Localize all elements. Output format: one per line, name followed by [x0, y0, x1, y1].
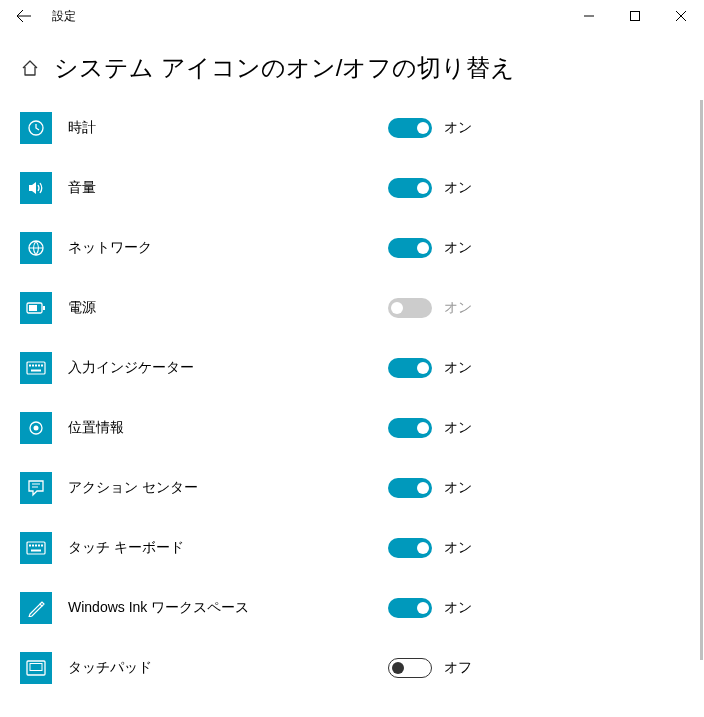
item-row-location: 位置情報オン	[20, 412, 684, 444]
svg-rect-4	[43, 306, 45, 310]
item-label-touchpad: タッチパッド	[68, 659, 388, 677]
toggle-wrap-volume: オン	[388, 178, 472, 198]
toggle-knob	[391, 302, 403, 314]
page-title: システム アイコンのオン/オフの切り替え	[54, 52, 515, 84]
maximize-button[interactable]	[612, 0, 658, 32]
network-icon	[20, 232, 52, 264]
toggle-knob	[417, 182, 429, 194]
keyboard-icon	[20, 532, 52, 564]
toggle-state-action-center: オン	[444, 479, 472, 497]
titlebar: 設定	[0, 0, 704, 32]
toggle-wrap-action-center: オン	[388, 478, 472, 498]
item-label-clock: 時計	[68, 119, 388, 137]
toggle-wrap-input-indicator: オン	[388, 358, 472, 378]
toggle-knob	[417, 482, 429, 494]
page-header: システム アイコンのオン/オフの切り替え	[20, 52, 704, 84]
svg-rect-19	[38, 545, 40, 547]
toggle-wrap-touch-keyboard: オン	[388, 538, 472, 558]
home-icon[interactable]	[20, 58, 40, 78]
svg-point-14	[34, 426, 39, 431]
minimize-button[interactable]	[566, 0, 612, 32]
back-arrow-icon	[16, 8, 32, 24]
toggle-location[interactable]	[388, 418, 432, 438]
svg-rect-23	[30, 664, 42, 671]
toggle-wrap-clock: オン	[388, 118, 472, 138]
toggle-knob	[417, 602, 429, 614]
toggle-knob	[417, 242, 429, 254]
minimize-icon	[584, 11, 594, 21]
item-row-action-center: アクション センターオン	[20, 472, 684, 504]
toggle-wrap-touchpad: オフ	[388, 658, 472, 678]
item-label-touch-keyboard: タッチ キーボード	[68, 539, 388, 557]
item-label-power: 電源	[68, 299, 388, 317]
toggle-clock[interactable]	[388, 118, 432, 138]
svg-rect-11	[41, 365, 43, 367]
app-title: 設定	[52, 8, 76, 25]
action-center-icon	[20, 472, 52, 504]
toggle-state-clock: オン	[444, 119, 472, 137]
toggle-power	[388, 298, 432, 318]
svg-rect-21	[31, 550, 41, 552]
item-row-clock: 時計オン	[20, 112, 684, 144]
toggle-state-windows-ink: オン	[444, 599, 472, 617]
toggle-state-volume: オン	[444, 179, 472, 197]
svg-rect-16	[29, 545, 31, 547]
toggle-input-indicator[interactable]	[388, 358, 432, 378]
clock-icon	[20, 112, 52, 144]
toggle-wrap-windows-ink: オン	[388, 598, 472, 618]
toggle-network[interactable]	[388, 238, 432, 258]
toggle-knob	[417, 422, 429, 434]
maximize-icon	[630, 11, 640, 21]
toggle-state-network: オン	[444, 239, 472, 257]
touchpad-icon	[20, 652, 52, 684]
toggle-state-touch-keyboard: オン	[444, 539, 472, 557]
toggle-wrap-network: オン	[388, 238, 472, 258]
system-icons-list: 時計オン音量オンネットワークオン電源オン入力インジケーターオン位置情報オンアクシ…	[20, 112, 704, 684]
toggle-wrap-power: オン	[388, 298, 472, 318]
svg-rect-12	[31, 370, 41, 372]
toggle-action-center[interactable]	[388, 478, 432, 498]
toggle-knob	[417, 362, 429, 374]
toggle-touch-keyboard[interactable]	[388, 538, 432, 558]
toggle-wrap-location: オン	[388, 418, 472, 438]
item-label-input-indicator: 入力インジケーター	[68, 359, 388, 377]
volume-icon	[20, 172, 52, 204]
toggle-state-touchpad: オフ	[444, 659, 472, 677]
item-row-touchpad: タッチパッドオフ	[20, 652, 684, 684]
toggle-windows-ink[interactable]	[388, 598, 432, 618]
svg-rect-18	[35, 545, 37, 547]
ink-icon	[20, 592, 52, 624]
svg-rect-5	[29, 305, 37, 311]
svg-rect-7	[29, 365, 31, 367]
back-button[interactable]	[0, 0, 48, 32]
scrollbar[interactable]	[700, 100, 703, 660]
toggle-knob	[417, 542, 429, 554]
toggle-knob	[392, 662, 404, 674]
item-row-windows-ink: Windows Ink ワークスペースオン	[20, 592, 684, 624]
item-row-network: ネットワークオン	[20, 232, 684, 264]
svg-rect-17	[32, 545, 34, 547]
svg-rect-9	[35, 365, 37, 367]
svg-rect-0	[631, 12, 640, 21]
svg-rect-8	[32, 365, 34, 367]
toggle-state-power: オン	[444, 299, 472, 317]
toggle-volume[interactable]	[388, 178, 432, 198]
item-label-windows-ink: Windows Ink ワークスペース	[68, 599, 388, 617]
content-area: システム アイコンのオン/オフの切り替え 時計オン音量オンネットワークオン電源オ…	[0, 32, 704, 717]
svg-rect-15	[27, 542, 45, 554]
close-icon	[676, 11, 686, 21]
toggle-state-input-indicator: オン	[444, 359, 472, 377]
svg-rect-6	[27, 362, 45, 374]
toggle-knob	[417, 122, 429, 134]
item-label-volume: 音量	[68, 179, 388, 197]
item-row-power: 電源オン	[20, 292, 684, 324]
item-label-action-center: アクション センター	[68, 479, 388, 497]
power-icon	[20, 292, 52, 324]
item-row-input-indicator: 入力インジケーターオン	[20, 352, 684, 384]
location-icon	[20, 412, 52, 444]
item-row-touch-keyboard: タッチ キーボードオン	[20, 532, 684, 564]
close-button[interactable]	[658, 0, 704, 32]
toggle-state-location: オン	[444, 419, 472, 437]
toggle-touchpad[interactable]	[388, 658, 432, 678]
item-label-network: ネットワーク	[68, 239, 388, 257]
